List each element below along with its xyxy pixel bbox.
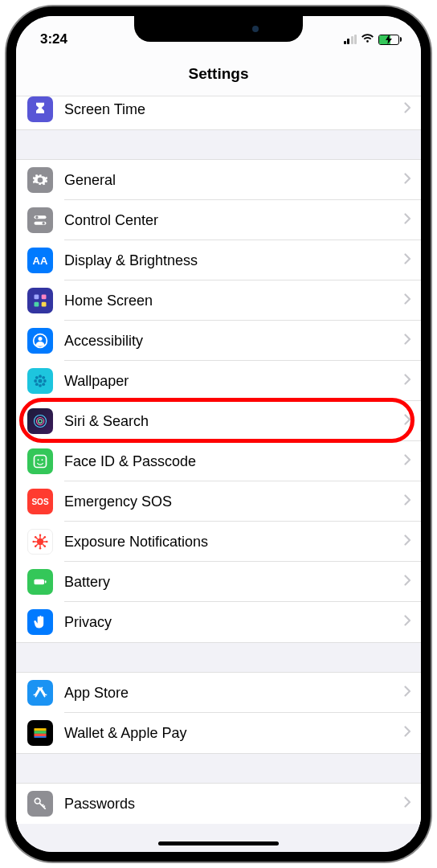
row-label: Face ID & Passcode [64, 453, 404, 470]
status-right [344, 32, 402, 47]
row-general[interactable]: General [16, 160, 421, 200]
chevron-right-icon [404, 493, 411, 510]
chevron-right-icon [404, 293, 411, 309]
svg-rect-46 [35, 731, 47, 734]
chevron-right-icon [404, 333, 411, 349]
gear-icon [27, 167, 53, 193]
row-emergency-sos[interactable]: SOSEmergency SOS [16, 481, 421, 522]
switches-icon [27, 207, 53, 233]
svg-point-15 [35, 376, 39, 379]
row-app-store[interactable]: App Store [16, 673, 421, 713]
signal-icon [344, 35, 357, 44]
settings-group: App StoreWallet & Apple Pay [16, 672, 421, 754]
battery-icon [378, 35, 402, 45]
notch [134, 16, 303, 42]
virus-icon [27, 529, 53, 555]
settings-group: Passwords [16, 783, 421, 824]
svg-rect-48 [35, 736, 47, 738]
chevron-right-icon [404, 574, 411, 590]
chevron-right-icon [404, 172, 411, 188]
row-wallpaper[interactable]: Wallpaper [16, 361, 421, 401]
svg-point-38 [35, 536, 37, 538]
row-label: General [64, 172, 404, 189]
chevron-right-icon [404, 614, 411, 630]
chevron-right-icon [404, 373, 411, 389]
row-label: Emergency SOS [64, 493, 404, 510]
chevron-right-icon [404, 101, 411, 117]
svg-rect-5 [42, 295, 47, 300]
row-screen-time[interactable]: Screen Time [16, 96, 421, 129]
page-title: Settings [189, 65, 249, 83]
svg-rect-22 [35, 456, 47, 468]
svg-rect-4 [35, 295, 39, 300]
chevron-right-icon [404, 413, 411, 429]
row-display-brightness[interactable]: AADisplay & Brightness [16, 240, 421, 280]
wallet-icon [27, 720, 53, 746]
svg-point-16 [42, 376, 45, 379]
row-label: Privacy [64, 614, 404, 631]
row-label: Wallet & Apple Pay [64, 725, 404, 742]
row-faceid-passcode[interactable]: Face ID & Passcode [16, 441, 421, 481]
svg-point-20 [36, 417, 43, 424]
svg-point-49 [35, 798, 40, 804]
person-circle-icon [27, 328, 53, 354]
svg-point-41 [44, 536, 47, 538]
svg-point-34 [39, 534, 42, 536]
row-label: Accessibility [64, 333, 404, 350]
sos-icon: SOS [27, 489, 53, 514]
svg-point-19 [35, 416, 47, 428]
svg-point-14 [43, 379, 47, 383]
svg-point-10 [39, 379, 43, 383]
svg-point-1 [35, 216, 38, 219]
face-icon [27, 448, 53, 474]
row-passwords[interactable]: Passwords [16, 784, 421, 824]
settings-list[interactable]: Screen TimeGeneralControl CenterAADispla… [16, 96, 421, 852]
svg-point-12 [39, 384, 42, 387]
row-privacy[interactable]: Privacy [16, 602, 421, 642]
svg-point-37 [46, 541, 48, 543]
svg-point-39 [44, 546, 47, 548]
key-icon [27, 791, 53, 817]
header: Settings [16, 51, 421, 96]
chevron-right-icon [404, 685, 411, 701]
battery-icon [27, 569, 53, 595]
home-indicator[interactable] [158, 841, 279, 845]
svg-point-9 [39, 337, 43, 341]
svg-point-21 [39, 420, 43, 424]
grid-icon [27, 288, 53, 313]
row-label: Passwords [64, 796, 404, 813]
row-label: Wallpaper [64, 373, 404, 390]
row-siri-search[interactable]: Siri & Search [16, 401, 421, 441]
row-accessibility[interactable]: Accessibility [16, 321, 421, 361]
flower-icon [27, 368, 53, 394]
svg-point-11 [39, 375, 42, 378]
svg-point-13 [34, 379, 37, 383]
status-time: 3:24 [40, 31, 67, 47]
svg-point-23 [38, 459, 39, 461]
settings-group: Screen Time [16, 96, 421, 130]
row-control-center[interactable]: Control Center [16, 200, 421, 240]
svg-point-17 [35, 383, 39, 386]
row-exposure-notifications[interactable]: Exposure Notifications [16, 522, 421, 562]
phone-frame: 3:24 Settings Screen TimeGeneral [6, 6, 431, 862]
row-home-screen[interactable]: Home Screen [16, 280, 421, 321]
row-label: Home Screen [64, 293, 404, 309]
chevron-right-icon [404, 252, 411, 268]
row-label: Exposure Notifications [64, 534, 404, 551]
chevron-right-icon [404, 534, 411, 550]
wifi-icon [361, 32, 374, 47]
svg-point-3 [43, 222, 45, 224]
svg-point-35 [39, 547, 42, 550]
svg-rect-47 [35, 734, 47, 736]
hand-icon [27, 609, 53, 635]
row-label: Control Center [64, 212, 404, 229]
row-label: Battery [64, 574, 404, 591]
hourglass-icon [27, 96, 53, 122]
row-label: Display & Brightness [64, 252, 404, 269]
svg-point-36 [32, 541, 35, 543]
text-size-icon: AA [27, 248, 53, 273]
row-wallet-apple-pay[interactable]: Wallet & Apple Pay [16, 713, 421, 753]
svg-point-40 [35, 546, 37, 548]
svg-rect-7 [42, 302, 47, 307]
row-battery[interactable]: Battery [16, 562, 421, 602]
